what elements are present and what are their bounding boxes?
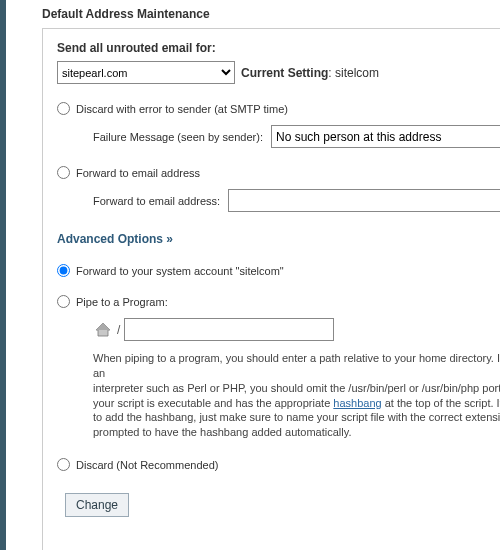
pipe-program-input[interactable] [124, 318, 334, 341]
discard-error-label: Discard with error to sender (at SMTP ti… [76, 103, 288, 115]
domain-select[interactable]: sitepearl.com [57, 61, 235, 84]
discard-error-radio[interactable] [57, 102, 70, 115]
forward-system-radio[interactable] [57, 264, 70, 277]
page-title: Default Address Maintenance [42, 7, 210, 21]
hashbang-link[interactable]: hashbang [333, 397, 381, 409]
forward-email-sublabel: Forward to email address: [93, 195, 220, 207]
forward-email-label: Forward to email address [76, 167, 200, 179]
discard-nr-label: Discard (Not Recommended) [76, 459, 218, 471]
pipe-help-text: When piping to a program, you should ent… [93, 351, 500, 440]
pipe-program-label: Pipe to a Program: [76, 296, 168, 308]
failure-message-input[interactable] [271, 125, 500, 148]
svg-marker-1 [96, 323, 110, 330]
home-icon [93, 321, 113, 339]
forward-email-input[interactable] [228, 189, 500, 212]
current-setting-label: Current Setting [241, 66, 328, 80]
change-button[interactable]: Change [65, 493, 129, 517]
pipe-program-radio[interactable] [57, 295, 70, 308]
forward-email-radio[interactable] [57, 166, 70, 179]
discard-nr-radio[interactable] [57, 458, 70, 471]
main-panel: Send all unrouted email for: sitepearl.c… [42, 28, 500, 550]
forward-system-label: Forward to your system account "sitelcom… [76, 265, 284, 277]
failure-message-label: Failure Message (seen by sender): [93, 131, 263, 143]
lead-label: Send all unrouted email for: [57, 41, 500, 55]
current-setting-value: sitelcom [335, 66, 379, 80]
advanced-options-toggle[interactable]: Advanced Options » [57, 232, 500, 246]
side-accent-bar [0, 0, 6, 550]
